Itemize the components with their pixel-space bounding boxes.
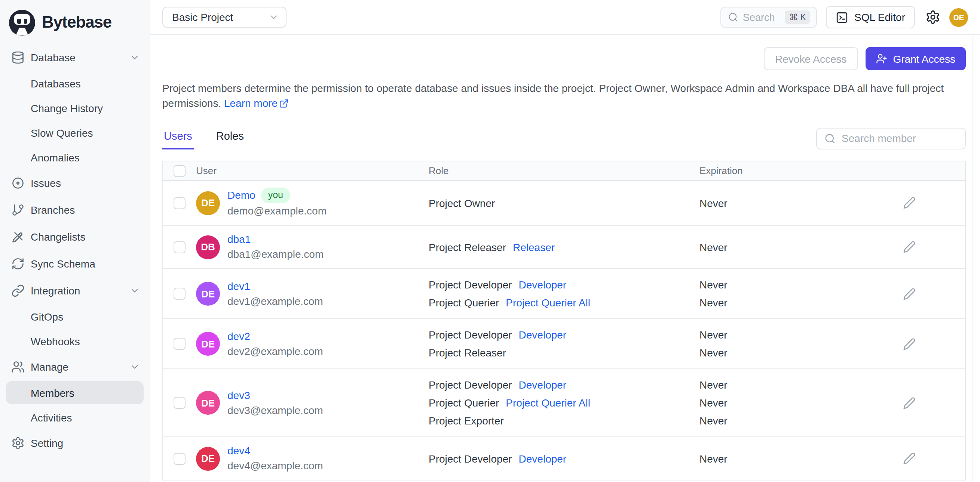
sidebar-item-activities[interactable]: Activities	[0, 406, 150, 429]
select-all-checkbox[interactable]	[173, 165, 186, 177]
user-name-link[interactable]: dba1	[228, 232, 251, 247]
sidebar-item-members[interactable]: Members	[6, 381, 144, 404]
you-badge: you	[261, 187, 290, 203]
table-row: DEdev4dev4@example.comProject DeveloperD…	[163, 437, 965, 480]
edit-pencil-icon[interactable]	[903, 452, 916, 465]
sidebar-item-setting[interactable]: Setting	[0, 430, 150, 456]
table-row: DBdba1dba1@example.comProject ReleaserRe…	[163, 226, 965, 269]
page-actions: Revoke Access Grant Access	[162, 47, 966, 70]
expiration-value: Never	[700, 276, 894, 294]
edit-cell	[894, 452, 965, 465]
global-search-input[interactable]	[743, 11, 780, 23]
sidebar-item-manage[interactable]: Manage	[0, 354, 150, 380]
sidebar-item-gitops[interactable]: GitOps	[0, 305, 150, 328]
row-checkbox[interactable]	[173, 241, 186, 253]
user-email: dev2@example.com	[228, 344, 323, 358]
page-description: Project members determine the permission…	[162, 81, 951, 111]
role-name: Project Querier	[429, 296, 499, 309]
sidebar-item-slow-queries[interactable]: Slow Queries	[0, 121, 150, 144]
sidebar-item-anomalies[interactable]: Anomalies	[0, 146, 150, 169]
database-icon	[11, 51, 25, 64]
role-binding-link[interactable]: Developer	[519, 329, 567, 341]
role-binding-link[interactable]: Developer	[519, 452, 567, 465]
edit-pencil-icon[interactable]	[903, 396, 916, 409]
role-line: Project Owner	[429, 194, 700, 212]
sidebar-item-label: Changelists	[31, 231, 85, 243]
project-selector[interactable]: Basic Project	[162, 7, 286, 28]
member-search-input[interactable]	[842, 132, 958, 144]
role-line: Project Exporter	[429, 412, 700, 430]
edit-pencil-icon[interactable]	[903, 338, 916, 350]
role-binding-link[interactable]: Releaser	[513, 241, 555, 253]
user-name-link[interactable]: dev2	[228, 329, 250, 343]
user-name-row: dev3	[228, 388, 323, 403]
sidebar-item-changelists[interactable]: Changelists	[0, 224, 150, 250]
settings-gear-icon[interactable]	[925, 10, 940, 25]
search-shortcut-badge: ⌘ K	[785, 11, 811, 24]
edit-pencil-icon[interactable]	[903, 287, 916, 300]
members-table-body: DEDemoyoudemo@example.comProject OwnerNe…	[163, 181, 965, 480]
user-cell: DEdev1dev1@example.com	[196, 279, 429, 308]
sidebar-item-issues[interactable]: Issues	[0, 170, 150, 196]
sidebar-item-label: Sync Schema	[31, 258, 95, 270]
revoke-access-button[interactable]: Revoke Access	[764, 47, 858, 70]
row-checkbox[interactable]	[173, 288, 186, 300]
role-binding-link[interactable]: Project Querier All	[506, 397, 590, 409]
row-checkbox[interactable]	[173, 338, 186, 350]
sidebar-item-integration[interactable]: Integration	[0, 278, 150, 303]
role-name: Project Developer	[429, 329, 512, 341]
role-binding-link[interactable]: Developer	[519, 379, 567, 391]
pencil-cross-icon	[11, 230, 25, 244]
user-name-link[interactable]: dev3	[228, 388, 250, 403]
role-binding-link[interactable]: Developer	[519, 279, 567, 291]
member-search[interactable]	[816, 127, 966, 149]
expiration-value: Never	[700, 394, 894, 412]
global-search[interactable]: ⌘ K	[721, 7, 817, 28]
user-avatar[interactable]: DE	[949, 8, 968, 27]
row-checkbox[interactable]	[173, 197, 186, 209]
edit-pencil-icon[interactable]	[903, 197, 916, 209]
sidebar-item-label: Database	[31, 52, 76, 63]
user-email: demo@example.com	[228, 204, 326, 218]
sidebar-item-sync-schema[interactable]: Sync Schema	[0, 251, 150, 276]
sidebar-item-database[interactable]: Database	[0, 45, 150, 70]
role-name: Project Releaser	[429, 241, 506, 253]
edit-cell	[894, 338, 965, 350]
sidebar-item-change-history[interactable]: Change History	[0, 97, 150, 120]
edit-pencil-icon[interactable]	[903, 241, 916, 253]
learn-more-link[interactable]: Learn more	[224, 97, 289, 109]
role-binding-link[interactable]: Project Querier All	[506, 296, 590, 309]
topbar: Basic Project ⌘ K SQL Editor DE	[150, 0, 980, 35]
user-cell: DEdev2dev2@example.com	[196, 329, 429, 358]
expiration-value: Never	[700, 326, 894, 344]
table-row: DEdev2dev2@example.comProject DeveloperD…	[163, 319, 965, 369]
tab-roles[interactable]: Roles	[215, 127, 245, 149]
sql-editor-button[interactable]: SQL Editor	[826, 6, 915, 29]
sidebar-item-webhooks[interactable]: Webhooks	[0, 330, 150, 353]
user-name-link[interactable]: dev1	[228, 279, 250, 293]
expiration-value: Never	[700, 412, 894, 430]
expiration-cell: NeverNever	[700, 276, 894, 312]
scrollbar-track[interactable]	[972, 36, 973, 482]
sidebar-item-databases[interactable]: Databases	[0, 72, 150, 95]
role-line: Project DeveloperDeveloper	[429, 276, 700, 294]
sidebar-item-label: Integration	[31, 285, 80, 296]
sidebar-item-branches[interactable]: Branches	[0, 197, 150, 223]
sidebar-item-label: Change History	[31, 102, 103, 114]
chevron-down-icon	[129, 362, 140, 372]
user-name-link[interactable]: Demo	[228, 188, 256, 203]
row-checkbox[interactable]	[173, 397, 186, 409]
tab-users[interactable]: Users	[162, 127, 194, 149]
expiration-value: Never	[700, 194, 894, 212]
grant-access-button[interactable]: Grant Access	[865, 47, 966, 70]
app-logo[interactable]: Bytebase	[0, 0, 150, 43]
user-name-link[interactable]: dev4	[228, 444, 250, 458]
user-cell: DEdev4dev4@example.com	[196, 444, 429, 473]
role-name: Project Releaser	[429, 347, 506, 359]
expiration-value: Never	[700, 294, 894, 312]
edit-cell	[894, 197, 965, 209]
search-icon	[728, 12, 738, 22]
user-info: dev1dev1@example.com	[228, 279, 323, 308]
user-name-row: dev1	[228, 279, 323, 293]
row-checkbox[interactable]	[173, 452, 186, 465]
